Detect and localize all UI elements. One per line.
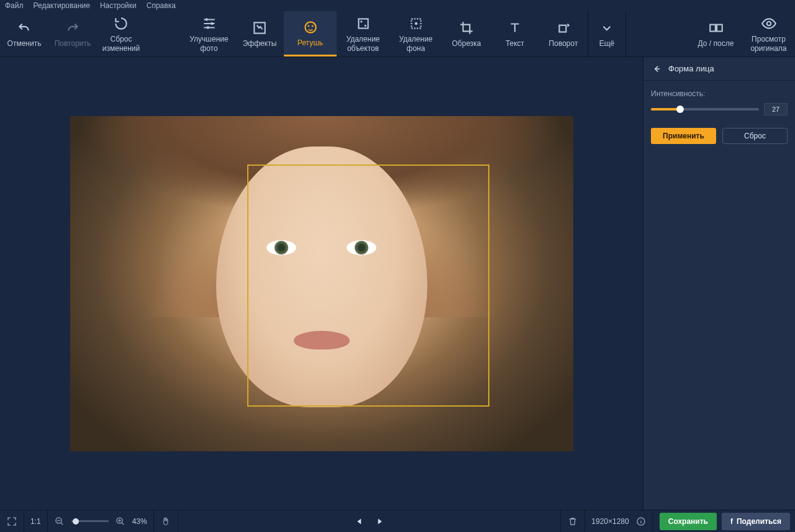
zoom-actual[interactable]: 1:1 (30, 517, 41, 526)
svg-point-8 (360, 20, 362, 22)
redo-button: Повторить (48, 11, 97, 56)
reset-button[interactable]: Сброс (722, 128, 788, 144)
svg-point-0 (205, 18, 207, 20)
svg-rect-14 (717, 25, 722, 32)
slider-thumb[interactable] (676, 106, 684, 113)
undo-icon (16, 19, 33, 37)
zoom-out-icon[interactable] (54, 516, 65, 527)
svg-point-6 (312, 25, 313, 27)
rotate-button[interactable]: Поворот (539, 11, 588, 56)
remove-bg-button[interactable]: Удаление фона (389, 11, 442, 56)
enhance-button[interactable]: Улучшение фото (183, 11, 235, 56)
undo-label: Отменить (7, 39, 42, 48)
menu-edit[interactable]: Редактирование (34, 1, 90, 10)
eye-icon (760, 15, 778, 32)
share-label: Поделиться (737, 517, 781, 526)
crop-icon (458, 19, 475, 37)
image-dimensions: 1920×1280 (591, 517, 629, 526)
svg-rect-13 (710, 25, 716, 32)
text-icon (506, 19, 524, 37)
info-icon[interactable] (635, 516, 647, 527)
side-panel: Форма лица Интенсивность: 27 Применить С… (643, 57, 795, 510)
menubar: Файл Редактирование Настройки Справка (0, 0, 795, 11)
compare-icon (707, 19, 725, 37)
more-button[interactable]: Ещё (588, 11, 625, 56)
share-button[interactable]: f Поделиться (722, 513, 790, 530)
text-label: Текст (506, 39, 524, 48)
remove-bg-label: Удаление фона (391, 35, 441, 53)
remove-obj-label: Удаление объектов (338, 35, 388, 53)
crop-button[interactable]: Обрезка (442, 11, 491, 56)
effects-label: Эффекты (243, 39, 277, 48)
view-original-button[interactable]: Просмотр оригинала (742, 11, 795, 56)
effects-icon (251, 19, 268, 37)
svg-point-2 (206, 26, 209, 29)
intensity-slider[interactable] (651, 108, 759, 110)
back-button[interactable] (651, 63, 662, 74)
menu-file[interactable]: Файл (5, 1, 24, 10)
reset-label: Сброс изменений (98, 35, 144, 53)
svg-point-5 (307, 25, 309, 27)
crop-label: Обрезка (452, 39, 481, 48)
redo-label: Повторить (55, 39, 91, 48)
view-original-label: Просмотр оригинала (743, 35, 794, 53)
zoom-slider[interactable] (71, 520, 109, 522)
sliders-icon (201, 15, 218, 32)
menu-settings[interactable]: Настройки (100, 1, 137, 10)
reset-icon (112, 15, 130, 32)
prev-icon[interactable] (354, 516, 365, 527)
statusbar: 1:1 43% 1920×1280 Сохранить f Поделиться (0, 510, 795, 532)
toolbar: Отменить Повторить Сброс изменений Улучш… (0, 11, 795, 57)
text-button[interactable]: Текст (491, 11, 539, 56)
next-icon[interactable] (374, 516, 385, 527)
trash-icon[interactable] (567, 516, 578, 527)
before-after-label: До / после (698, 39, 734, 48)
zoom-value: 43% (132, 517, 147, 526)
panel-title: Форма лица (668, 64, 714, 73)
intensity-value[interactable]: 27 (764, 103, 788, 115)
menu-help[interactable]: Справка (147, 1, 176, 10)
facebook-icon: f (730, 517, 733, 526)
enhance-label: Улучшение фото (184, 35, 234, 53)
fullscreen-icon[interactable] (6, 516, 17, 527)
zoom-in-icon[interactable] (115, 516, 126, 527)
photo (70, 116, 573, 451)
svg-rect-12 (560, 25, 566, 32)
before-after-button[interactable]: До / после (689, 11, 742, 56)
intensity-label: Интенсивность: (651, 89, 788, 98)
chevron-down-icon (598, 19, 616, 37)
svg-point-11 (414, 22, 417, 25)
save-button[interactable]: Сохранить (660, 513, 717, 530)
retouch-label: Ретушь (298, 38, 323, 47)
svg-point-9 (364, 25, 366, 27)
face-icon (302, 19, 319, 36)
remove-bg-icon (407, 15, 425, 32)
reset-changes-button[interactable]: Сброс изменений (97, 11, 145, 56)
redo-icon (64, 19, 81, 37)
undo-button[interactable]: Отменить (0, 11, 48, 56)
retouch-button[interactable]: Ретушь (284, 11, 337, 56)
more-label: Ещё (599, 39, 615, 48)
svg-point-15 (766, 22, 771, 26)
effects-button[interactable]: Эффекты (235, 11, 284, 56)
rotate-label: Поворот (549, 39, 578, 48)
remove-objects-button[interactable]: Удаление объектов (337, 11, 389, 56)
svg-rect-7 (358, 19, 368, 29)
hand-icon[interactable] (160, 516, 171, 527)
apply-button[interactable]: Применить (651, 128, 716, 144)
rotate-icon (555, 19, 572, 37)
remove-obj-icon (355, 15, 372, 32)
canvas-area[interactable] (0, 57, 643, 510)
svg-point-1 (211, 22, 213, 25)
svg-point-4 (305, 22, 316, 32)
